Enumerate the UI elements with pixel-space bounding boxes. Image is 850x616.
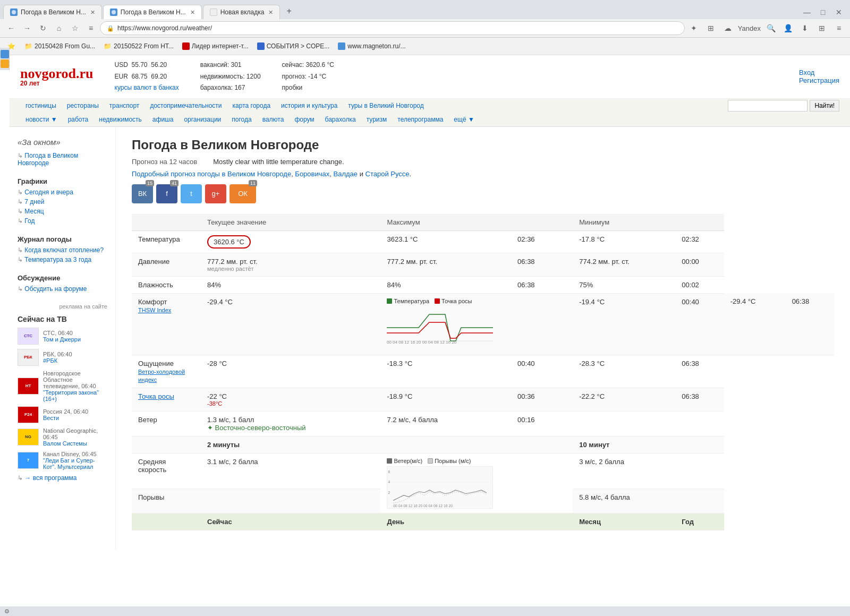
tab-2-close[interactable]: ✕: [190, 9, 195, 16]
nav-tv[interactable]: телепрограмма: [392, 115, 448, 124]
back-button[interactable]: ←: [4, 21, 18, 35]
tab-3-close[interactable]: ✕: [268, 9, 273, 16]
nav-forum[interactable]: форум: [289, 115, 319, 124]
user-button[interactable]: 👤: [781, 21, 795, 35]
nav-weather[interactable]: погода: [226, 115, 257, 124]
reload-button[interactable]: ↻: [36, 21, 50, 35]
bookmark-5[interactable]: www.magneton.ru/...: [336, 41, 407, 51]
bookmark-2[interactable]: 📁 20150522 From HT...: [101, 41, 176, 51]
svg-text:6: 6: [388, 469, 390, 473]
nav-jobs[interactable]: работа: [63, 115, 94, 124]
bottom-year-label: Год: [675, 513, 724, 530]
humidity-min-val: 75%: [573, 276, 675, 293]
maximize-button[interactable]: □: [816, 5, 830, 19]
chart-legend: Температура Точка росы: [387, 298, 566, 304]
extensions-button[interactable]: ✦: [687, 21, 701, 35]
nav-orgs[interactable]: организации: [178, 115, 226, 124]
sidebar-year-link[interactable]: Год: [18, 217, 107, 225]
nav-tourism[interactable]: туризм: [361, 115, 393, 124]
page-title: Погода в Великом Новгороде: [132, 138, 834, 152]
tv-item-5: NG National Geographic, 06:45 Валом Сист…: [18, 427, 107, 447]
tv-info-3: Новгородское Областное телевидение, 06:4…: [43, 370, 107, 402]
temp-current-value: 3620.6 °C: [207, 235, 251, 249]
tv-show-1[interactable]: Том и Джерри: [43, 336, 81, 343]
nav-tours[interactable]: туры в Великий Новгород: [343, 101, 429, 110]
tab-3-label: Новая вкладка: [220, 8, 265, 16]
apps-button[interactable]: ⊞: [815, 21, 829, 35]
tv-show-4[interactable]: Вести: [43, 415, 88, 421]
nav-hotels[interactable]: гостиницы: [20, 101, 62, 110]
sidebar-7days-link[interactable]: 7 дней: [18, 198, 107, 206]
borovichi-link[interactable]: Боровичах: [295, 170, 329, 178]
sidebar-temp3y-link[interactable]: Температура за 3 года: [18, 256, 107, 263]
sync-button[interactable]: ☁: [721, 21, 735, 35]
dewpoint-link[interactable]: Точка росы: [138, 392, 174, 400]
nav-flea[interactable]: барахолка: [320, 115, 361, 124]
fb-share-button[interactable]: 41 f: [156, 184, 177, 203]
ok-share-button[interactable]: 11 ОК: [230, 184, 256, 203]
bookmark-list[interactable]: ≡: [84, 21, 98, 35]
nav-history[interactable]: история и культура: [276, 101, 343, 110]
sidebar-heating-link[interactable]: Когда включат отопление?: [18, 246, 107, 254]
nav-transport[interactable]: транспорт: [104, 101, 145, 110]
bookmark-1[interactable]: 📁 20150428 From Gu...: [22, 41, 97, 51]
search-button[interactable]: 🔍: [764, 21, 778, 35]
tab-3[interactable]: Новая вкладка ✕: [203, 5, 280, 19]
nav-map[interactable]: карта города: [227, 101, 276, 110]
forward-button[interactable]: →: [20, 21, 34, 35]
tab-1-close[interactable]: ✕: [90, 9, 95, 16]
bookmark-star[interactable]: ☆: [68, 21, 82, 35]
close-window-button[interactable]: ✕: [832, 5, 846, 19]
bookmark-3[interactable]: Лидер интернет-т...: [180, 41, 251, 51]
sidebar-btn-1[interactable]: [1, 50, 9, 58]
vk-share-button[interactable]: 15 ВК: [132, 184, 153, 203]
tv-logo-russia: Р24: [18, 406, 39, 423]
sidebar-today-link[interactable]: Сегодня и вчера: [18, 189, 107, 196]
legend-gusts: Порывы (м/с): [428, 458, 471, 464]
tv-section: Сейчас на ТВ СТС СТС, 06:40 Том и Джерри…: [18, 315, 107, 482]
home-button[interactable]: ⌂: [52, 21, 66, 35]
sidebar-btn-2[interactable]: [1, 59, 9, 68]
tv-more-link[interactable]: → вся программа: [18, 474, 107, 482]
tw-share-button[interactable]: t: [181, 184, 202, 203]
register-link[interactable]: Регистрация: [799, 76, 839, 84]
nav-realty[interactable]: недвижимость: [94, 115, 147, 124]
tv-show-3[interactable]: "Территория закона"(16+): [43, 389, 107, 402]
nav-more[interactable]: ещё ▼: [448, 115, 479, 124]
sidebar-month-link[interactable]: Месяц: [18, 208, 107, 215]
menu-button[interactable]: ≡: [832, 21, 846, 35]
thsw-link[interactable]: THSW Index: [138, 307, 171, 313]
search-input[interactable]: [728, 100, 808, 112]
forecast-link[interactable]: Подробный прогноз погоды в Великом Новго…: [132, 170, 291, 178]
bookmark-4[interactable]: СОБЫТИЯ > COPE...: [255, 41, 332, 51]
login-link[interactable]: Вход: [799, 69, 839, 76]
rates-link[interactable]: курсы валют в банках: [115, 84, 179, 91]
tv-show-6[interactable]: "Леди Баг и Супер-Кот". Мультсериал: [43, 457, 107, 470]
nav-afisha[interactable]: афиша: [147, 115, 179, 124]
nav-currency[interactable]: валюта: [257, 115, 290, 124]
download-button[interactable]: ⬇: [798, 21, 812, 35]
nav-news[interactable]: новости ▼: [20, 115, 63, 124]
sidebar-weather-link[interactable]: Погода в Великом Новгороде: [18, 152, 107, 167]
svg-text:4: 4: [388, 480, 390, 484]
minimize-button[interactable]: —: [800, 5, 814, 19]
tv-show-2[interactable]: #РБК: [43, 357, 72, 364]
tab-1[interactable]: Погода в Великом Н... ✕: [3, 5, 102, 19]
site-logo[interactable]: novgorod.ru 20 лет: [20, 66, 94, 87]
sensation-min-time: 06:38: [675, 355, 724, 388]
new-tab-button[interactable]: +: [281, 3, 296, 19]
current-temp: сейчас: 3620.6 °C: [282, 59, 334, 71]
humidity-min-time: 00:02: [675, 276, 724, 293]
search-button[interactable]: Найти!: [810, 100, 839, 112]
nav-restaurants[interactable]: рестораны: [62, 101, 104, 110]
rss-button[interactable]: ⊞: [704, 21, 718, 35]
wind-chill-link[interactable]: Ветро-холодовой индекс: [138, 369, 185, 383]
sidebar-forum-link[interactable]: Обсудить на форуме: [18, 285, 107, 293]
staraya-russa-link[interactable]: Старой Руссе: [366, 170, 410, 178]
tab-2[interactable]: Погода в Великом Н... ✕: [103, 5, 202, 19]
gp-share-button[interactable]: g+: [205, 184, 226, 203]
tv-show-5[interactable]: Валом Системы: [43, 440, 107, 447]
url-bar[interactable]: 🔒 https://www.novgorod.ru/weather/: [100, 21, 685, 35]
valdai-link[interactable]: Валдае: [334, 170, 358, 178]
nav-sights[interactable]: достопримечательности: [144, 101, 227, 110]
